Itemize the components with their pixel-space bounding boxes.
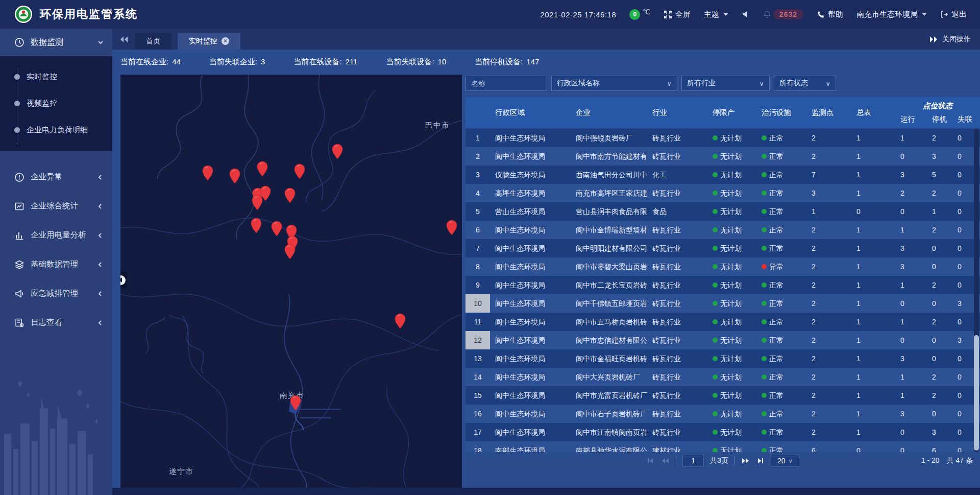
map-pin[interactable] bbox=[257, 161, 268, 179]
map-pin[interactable] bbox=[294, 163, 306, 181]
collapse-circle bbox=[120, 275, 126, 285]
cell-company: 阆中市忠信建材有限公 bbox=[571, 331, 647, 349]
prev-page-button[interactable] bbox=[660, 457, 670, 465]
sidebar-item-data-monitor[interactable]: 数据监测 bbox=[0, 29, 112, 56]
col-region: 行政区域 bbox=[490, 97, 571, 128]
table-row[interactable]: 4 高坪生态环境局 南充市高坪区王家店建 砖瓦行业 无计划 正常 3 1 2 2… bbox=[465, 184, 980, 202]
table-row[interactable]: 17 阆中生态环境局 阆中市江南镇阆南页岩 砖瓦行业 无计划 正常 2 1 0 … bbox=[465, 423, 980, 441]
close-icon[interactable]: ✕ bbox=[222, 37, 229, 45]
col-index bbox=[465, 97, 490, 128]
map-panel[interactable]: 巴中市 南充市 遂宁市 bbox=[120, 75, 462, 488]
sidebar-item-base-data[interactable]: 基础数据管理 bbox=[0, 250, 112, 279]
industry-select[interactable]: 所有行业 ∨ bbox=[681, 76, 770, 91]
map-pin[interactable] bbox=[331, 144, 343, 161]
stat-item: 当前在线企业: 44 bbox=[120, 57, 181, 67]
scrollbar-thumb[interactable] bbox=[974, 335, 979, 451]
cell-meters: 1 bbox=[851, 423, 895, 441]
sidebar-item-power-analysis[interactable]: 企业用电量分析 bbox=[0, 221, 112, 250]
organization-dropdown[interactable]: 南充市生态环境局 bbox=[856, 10, 927, 19]
mute-button[interactable] bbox=[742, 10, 750, 18]
status-select[interactable]: 所有状态 ∨ bbox=[774, 76, 836, 91]
col-stop: 停机 bbox=[927, 112, 952, 126]
map-pin[interactable] bbox=[251, 218, 262, 235]
help-button[interactable]: 帮助 bbox=[817, 10, 843, 19]
table-row[interactable]: 16 阆中生态环境局 阆中市石子页岩机砖厂 砖瓦行业 无计划 正常 2 1 3 … bbox=[465, 405, 980, 423]
cell-region: 仪陇生态环境局 bbox=[490, 166, 571, 184]
map-pin[interactable] bbox=[446, 220, 457, 238]
table-row[interactable]: 11 阆中生态环境局 阆中市五马桥页岩机砖 砖瓦行业 无计划 正常 2 1 1 … bbox=[465, 313, 980, 331]
facility-label: 正常 bbox=[769, 336, 783, 344]
map-pin[interactable] bbox=[229, 168, 241, 186]
table-row[interactable]: 1 阆中生态环境局 阆中强锐页岩砖厂 砖瓦行业 无计划 正常 2 1 1 2 0 bbox=[465, 129, 980, 147]
map-pin[interactable] bbox=[251, 195, 263, 213]
page-size-select[interactable]: 20 ∨ bbox=[771, 455, 799, 467]
map-pin[interactable] bbox=[290, 395, 302, 413]
pin-icon bbox=[284, 244, 296, 260]
cell-meters: 1 bbox=[851, 405, 895, 423]
last-page-icon bbox=[756, 457, 765, 465]
logout-button[interactable]: 退出 bbox=[940, 10, 967, 19]
region-select[interactable]: 行政区域名称 ∨ bbox=[551, 76, 677, 91]
name-search-input[interactable] bbox=[465, 76, 547, 91]
table-row[interactable]: 18 南部生态环境局 南部县驰华水泥有限公 建材行业 无计划 正常 6 0 0 … bbox=[465, 441, 980, 452]
col-limit: 停限产 bbox=[707, 97, 756, 128]
sidebar-subitem[interactable]: 视频监控 bbox=[0, 90, 112, 116]
limit-label: 无计划 bbox=[720, 446, 742, 452]
table-row[interactable]: 5 营山生态环境局 营山县润丰肉食品有限 食品 无计划 正常 1 0 0 1 0 bbox=[465, 202, 980, 221]
cell-points: 6 bbox=[806, 441, 851, 452]
cell-run: 2 bbox=[895, 184, 927, 202]
table-row[interactable]: 15 阆中生态环境局 阆中市光富页岩机砖厂 砖瓦行业 无计划 正常 2 1 1 … bbox=[465, 386, 980, 405]
theme-dropdown[interactable]: 主题 bbox=[704, 10, 728, 19]
table-row[interactable]: 2 阆中生态环境局 阆中市南方节能建材有 砖瓦行业 无计划 正常 2 1 0 3… bbox=[465, 147, 980, 166]
sidebar-item-label: 企业异常 bbox=[31, 172, 62, 182]
table-row[interactable]: 13 阆中生态环境局 阆中市金福旺页岩机砖 砖瓦行业 无计划 正常 2 1 3 … bbox=[465, 349, 980, 368]
table-row[interactable]: 6 阆中生态环境局 阆中市金博瑞新型墙材 砖瓦行业 无计划 正常 2 1 1 2… bbox=[465, 221, 980, 239]
tab-label: 实时监控 bbox=[189, 37, 217, 46]
last-page-button[interactable] bbox=[756, 457, 765, 465]
stat-value: 3 bbox=[261, 57, 265, 67]
cell-region: 阆中生态环境局 bbox=[490, 386, 571, 405]
table-row[interactable]: 12 阆中生态环境局 阆中市忠信建材有限公 砖瓦行业 无计划 正常 2 1 0 … bbox=[465, 331, 980, 349]
next-page-button[interactable] bbox=[741, 457, 750, 465]
map-collapse-handle[interactable] bbox=[120, 272, 127, 288]
sidebar-item-label: 基础数据管理 bbox=[31, 259, 78, 270]
table-row[interactable]: 8 阆中生态环境局 阆中市枣碧大梁山页岩 砖瓦行业 无计划 异常 2 1 3 0… bbox=[465, 257, 980, 276]
cell-points: 2 bbox=[806, 294, 851, 313]
sidebar-item-enterprise-abnormal[interactable]: 企业异常 bbox=[0, 162, 112, 192]
sidebar-subitem[interactable]: 实时监控 bbox=[0, 63, 112, 90]
sidebar-item-emergency-reduction[interactable]: 应急减排管理 bbox=[0, 279, 112, 308]
close-operations-button[interactable]: 关闭操作 bbox=[929, 35, 971, 44]
sidebar-item-enterprise-stats[interactable]: 企业综合统计 bbox=[0, 192, 112, 221]
cell-industry: 食品 bbox=[647, 202, 707, 221]
map-pin[interactable] bbox=[284, 244, 296, 262]
table-row[interactable]: 7 阆中生态环境局 阆中明阳建材有限公司 砖瓦行业 无计划 正常 2 1 3 0… bbox=[465, 239, 980, 257]
cell-points: 3 bbox=[806, 184, 851, 202]
stat-value: 44 bbox=[172, 57, 181, 67]
tabs-scroll-left-icon[interactable] bbox=[119, 35, 129, 43]
map-pin[interactable] bbox=[284, 187, 296, 205]
limit-label: 无计划 bbox=[720, 189, 742, 197]
cell-run: 0 bbox=[895, 147, 927, 166]
status-group-title: 点位状态 bbox=[895, 99, 980, 112]
sidebar-item-logs[interactable]: 日志查看 bbox=[0, 308, 112, 337]
first-page-button[interactable] bbox=[646, 457, 654, 465]
notification-area[interactable]: 2632 bbox=[763, 9, 803, 19]
page-number-input[interactable] bbox=[682, 455, 704, 467]
sidebar-subitem[interactable]: 企业电力负荷明细 bbox=[0, 116, 112, 143]
cell-stop: 0 bbox=[927, 331, 952, 349]
status-dot bbox=[713, 209, 718, 214]
table-scrollbar[interactable] bbox=[974, 129, 979, 452]
map-pin[interactable] bbox=[202, 165, 214, 183]
map-pin[interactable] bbox=[271, 221, 282, 239]
limit-label: 无计划 bbox=[720, 336, 742, 344]
fullscreen-button[interactable]: 全屏 bbox=[664, 10, 691, 19]
map-pin[interactable] bbox=[394, 313, 406, 331]
tab-realtime-monitor[interactable]: 实时监控 ✕ bbox=[178, 33, 240, 50]
cell-stop: 2 bbox=[927, 221, 952, 239]
table-row[interactable]: 9 阆中生态环境局 阆中市二龙长宝页岩砖 砖瓦行业 无计划 正常 2 1 1 2… bbox=[465, 276, 980, 294]
table-row[interactable]: 14 阆中生态环境局 阆中大兴页岩机砖厂 砖瓦行业 无计划 正常 2 1 1 2… bbox=[465, 368, 980, 386]
range-label: 1 - 20 bbox=[921, 456, 940, 465]
tab-home[interactable]: 首页 bbox=[135, 33, 172, 50]
table-row[interactable]: 3 仪陇生态环境局 西南油气田分公司川中 化工 无计划 正常 7 1 3 5 0 bbox=[465, 166, 980, 184]
table-row[interactable]: 10 阆中生态环境局 阆中千佛镇五郎垭页岩 砖瓦行业 无计划 正常 2 1 0 … bbox=[465, 294, 980, 313]
